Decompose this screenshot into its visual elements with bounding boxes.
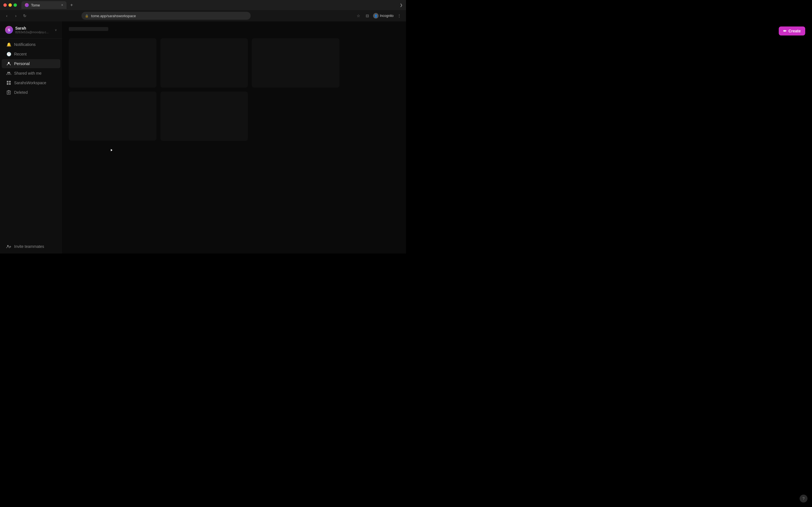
titlebar: Tome × + ❯: [0, 0, 406, 10]
sidebar: S Sarah 8263e52a@moodjoy.c... ∨ 🔔 Notifi…: [0, 21, 62, 253]
sidebar-item-shared[interactable]: Shared with me: [2, 69, 60, 78]
address-text: tome.app/sarahsworkspace: [91, 14, 247, 18]
user-name: Sarah: [15, 26, 52, 31]
sidebar-item-label: Personal: [14, 61, 30, 66]
user-email: 8263e52a@moodjoy.c...: [15, 31, 52, 34]
more-options-icon[interactable]: ⋮: [396, 12, 403, 19]
profile-badge[interactable]: 👤 Incognito: [373, 13, 394, 18]
header-loading-placeholder: [69, 27, 108, 31]
sidebar-item-deleted[interactable]: Deleted: [2, 88, 60, 97]
svg-rect-5: [7, 83, 8, 85]
sidebar-item-label: Shared with me: [14, 71, 42, 75]
svg-rect-3: [7, 81, 8, 82]
notifications-icon: 🔔: [6, 42, 11, 47]
user-info: Sarah 8263e52a@moodjoy.c...: [15, 26, 52, 34]
tab-close-button[interactable]: ×: [61, 3, 63, 7]
tab-chevron-icon: ❯: [400, 3, 403, 7]
user-chevron-icon: ∨: [55, 28, 57, 32]
main-content: [62, 21, 406, 253]
new-tab-button[interactable]: +: [68, 1, 75, 9]
card-3[interactable]: [252, 38, 340, 88]
svg-point-8: [7, 245, 9, 246]
toolbar-right: ☆ ⊟ 👤 Incognito ⋮: [355, 12, 403, 19]
user-section[interactable]: S Sarah 8263e52a@moodjoy.c... ∨: [2, 24, 60, 36]
refresh-button[interactable]: ↻: [21, 12, 28, 19]
tab-title: Tome: [31, 3, 40, 7]
sidebar-bottom: Invite teammates: [0, 242, 62, 251]
sidebar-item-recent[interactable]: 🕐 Recent: [2, 50, 60, 59]
svg-point-0: [8, 62, 10, 64]
card-2[interactable]: [160, 38, 248, 88]
sidebar-item-personal[interactable]: Personal: [2, 59, 60, 68]
shared-icon: [6, 71, 11, 76]
app-container: S Sarah 8263e52a@moodjoy.c... ∨ 🔔 Notifi…: [0, 21, 406, 253]
profile-icon: 👤: [373, 13, 378, 18]
window-controls: [3, 3, 17, 7]
sidebar-item-invite[interactable]: Invite teammates: [2, 242, 60, 251]
svg-point-2: [9, 72, 10, 73]
sidebar-item-label: SarahsWorkspace: [14, 80, 46, 85]
lock-icon: 🔒: [85, 14, 89, 18]
minimize-window-button[interactable]: [8, 3, 12, 7]
card-4[interactable]: [69, 92, 156, 141]
tab-favicon-icon: [25, 3, 29, 7]
svg-rect-4: [9, 81, 11, 82]
active-tab[interactable]: Tome ×: [21, 1, 66, 9]
sidebar-item-label: Notifications: [14, 42, 36, 47]
back-button[interactable]: ‹: [3, 12, 10, 19]
address-bar[interactable]: 🔒 tome.app/sarahsworkspace: [82, 12, 251, 20]
profile-label: Incognito: [380, 14, 394, 18]
browser-toolbar: ‹ › ↻ 🔒 tome.app/sarahsworkspace ☆ ⊟ 👤 I…: [0, 10, 406, 21]
sidebar-item-label: Deleted: [14, 90, 28, 95]
sidebar-item-notifications[interactable]: 🔔 Notifications: [2, 40, 60, 49]
browser-chrome: Tome × + ❯ ‹ › ↻ 🔒 tome.app/sarahsworksp…: [0, 0, 406, 21]
sidebar-divider: [0, 38, 62, 39]
personal-icon: [6, 61, 11, 66]
maximize-window-button[interactable]: [13, 3, 17, 7]
tab-bar: Tome × +: [21, 1, 398, 9]
svg-rect-6: [9, 83, 11, 85]
sidebar-item-label: Recent: [14, 52, 27, 56]
recent-icon: 🕐: [6, 52, 11, 57]
avatar: S: [5, 26, 13, 34]
close-window-button[interactable]: [3, 3, 7, 7]
page-header: [69, 27, 399, 33]
split-view-icon[interactable]: ⊟: [364, 12, 371, 19]
sidebar-item-workspace[interactable]: SarahsWorkspace: [2, 78, 60, 87]
svg-point-1: [7, 72, 9, 73]
card-1[interactable]: [69, 38, 156, 88]
card-5[interactable]: [160, 92, 248, 141]
sidebar-item-label: Invite teammates: [14, 244, 44, 249]
trash-icon: [6, 90, 11, 95]
bookmark-icon[interactable]: ☆: [355, 12, 362, 19]
invite-icon: [6, 244, 11, 249]
forward-button[interactable]: ›: [12, 12, 19, 19]
cards-grid: [69, 38, 340, 141]
workspace-icon: [6, 80, 11, 86]
